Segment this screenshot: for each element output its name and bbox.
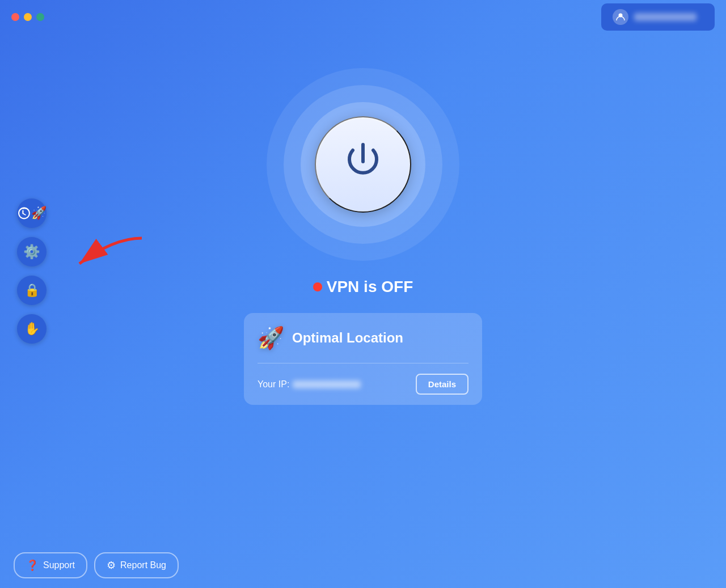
ip-address-blurred	[293, 380, 361, 388]
ip-row: Your IP: Details	[244, 363, 482, 405]
power-icon	[340, 139, 386, 191]
security-button[interactable]: 🔒	[17, 276, 47, 305]
boost-button[interactable]: 🚀	[17, 198, 47, 228]
minimize-button[interactable]	[24, 13, 32, 21]
titlebar	[0, 0, 726, 34]
details-button[interactable]: Details	[416, 374, 468, 395]
report-bug-button[interactable]: ⚙ Report Bug	[94, 552, 179, 578]
traffic-lights	[11, 13, 44, 21]
report-bug-icon: ⚙	[107, 559, 116, 572]
support-label: Support	[43, 560, 75, 570]
close-button[interactable]	[11, 13, 19, 21]
vpn-status: VPN is OFF	[313, 278, 413, 296]
optimal-location-icon: 🚀	[258, 325, 284, 350]
location-card[interactable]: 🚀 Optimal Location Your IP: Details	[244, 313, 482, 405]
support-button[interactable]: ❓ Support	[14, 552, 87, 578]
support-icon: ❓	[26, 559, 39, 572]
location-header: 🚀 Optimal Location	[244, 313, 482, 363]
settings-button[interactable]: ⚙️	[17, 237, 47, 266]
maximize-button[interactable]	[36, 13, 44, 21]
blocker-button[interactable]: ✋	[17, 314, 47, 344]
power-button-area	[267, 68, 459, 261]
user-account-button[interactable]	[601, 3, 715, 31]
location-name: Optimal Location	[292, 330, 403, 346]
sidebar: 🚀 ⚙️ 🔒 ✋	[17, 198, 47, 344]
user-avatar	[613, 9, 628, 25]
vpn-status-text: VPN is OFF	[327, 278, 413, 296]
status-indicator	[313, 282, 322, 291]
report-bug-label: Report Bug	[120, 560, 166, 570]
main-content: VPN is OFF 🚀 Optimal Location Your IP: D…	[221, 45, 505, 405]
bottom-bar: ❓ Support ⚙ Report Bug	[0, 543, 726, 588]
user-name-blurred	[634, 13, 697, 21]
power-button[interactable]	[315, 116, 411, 213]
arrow-annotation	[57, 232, 147, 278]
ip-label: Your IP:	[258, 379, 361, 390]
